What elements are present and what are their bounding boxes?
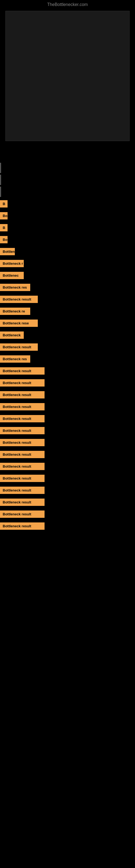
result-items-container: BBoBBoBottlenBottleneck rBottlenecBottle…	[0, 160, 135, 535]
result-item-30: Bottleneck result	[0, 509, 135, 519]
result-item-23: Bottleneck result	[0, 425, 135, 436]
result-label-23[interactable]: Bottleneck result	[0, 427, 45, 434]
result-label-20[interactable]: Bottleneck result	[0, 391, 45, 399]
result-item-5: Bo	[0, 211, 135, 221]
result-item-20: Bottleneck result	[0, 390, 135, 400]
result-label-25[interactable]: Bottleneck result	[0, 451, 45, 458]
result-label-10[interactable]: Bottlenec	[0, 272, 24, 279]
result-label-30[interactable]: Bottleneck result	[0, 510, 45, 518]
result-label-14[interactable]: Bottleneck rese	[0, 319, 38, 327]
result-label-28[interactable]: Bottleneck result	[0, 487, 45, 494]
result-label-11[interactable]: Bottleneck res	[0, 284, 30, 291]
result-item-12: Bottleneck result	[0, 294, 135, 304]
result-label-13[interactable]: Bottleneck re	[0, 308, 30, 315]
result-item-24: Bottleneck result	[0, 437, 135, 447]
result-item-16: Bottleneck result	[0, 342, 135, 352]
result-item-4: B	[0, 198, 135, 209]
result-label-5[interactable]: Bo	[0, 212, 8, 219]
result-item-2	[0, 175, 135, 185]
result-item-17: Bottleneck res	[0, 354, 135, 364]
result-label-15[interactable]: Bottleneck	[0, 332, 24, 339]
side-indicator	[0, 175, 1, 185]
result-item-27: Bottleneck result	[0, 473, 135, 484]
result-item-9: Bottleneck r	[0, 258, 135, 269]
side-indicator	[0, 187, 1, 197]
result-label-29[interactable]: Bottleneck result	[0, 499, 45, 506]
result-item-29: Bottleneck result	[0, 497, 135, 507]
site-header: TheBottlenecker.com	[0, 0, 135, 8]
result-label-22[interactable]: Bottleneck result	[0, 415, 45, 422]
result-item-28: Bottleneck result	[0, 485, 135, 495]
result-item-8: Bottlen	[0, 246, 135, 257]
result-item-11: Bottleneck res	[0, 282, 135, 292]
result-label-17[interactable]: Bottleneck res	[0, 355, 30, 363]
chart-inner	[5, 11, 130, 141]
result-label-21[interactable]: Bottleneck result	[0, 403, 45, 410]
result-label-24[interactable]: Bottleneck result	[0, 439, 45, 446]
result-label-8[interactable]: Bottlen	[0, 248, 15, 255]
result-item-25: Bottleneck result	[0, 449, 135, 460]
result-label-12[interactable]: Bottleneck result	[0, 296, 38, 303]
result-item-19: Bottleneck result	[0, 378, 135, 388]
result-label-19[interactable]: Bottleneck result	[0, 379, 45, 386]
chart-area	[0, 11, 135, 152]
result-item-21: Bottleneck result	[0, 401, 135, 412]
result-item-26: Bottleneck result	[0, 461, 135, 471]
result-item-6: B	[0, 222, 135, 233]
result-label-7[interactable]: Bo	[0, 236, 8, 243]
result-label-27[interactable]: Bottleneck result	[0, 475, 45, 482]
result-label-31[interactable]: Bottleneck result	[0, 522, 45, 530]
result-item-7: Bo	[0, 235, 135, 245]
result-item-31: Bottleneck result	[0, 521, 135, 531]
result-label-26[interactable]: Bottleneck result	[0, 463, 45, 470]
result-item-13: Bottleneck re	[0, 306, 135, 316]
site-title: TheBottlenecker.com	[0, 0, 135, 8]
side-indicator	[0, 163, 1, 173]
result-item-14: Bottleneck rese	[0, 318, 135, 328]
result-item-22: Bottleneck result	[0, 413, 135, 424]
result-item-10: Bottlenec	[0, 270, 135, 280]
result-item-3	[0, 187, 135, 197]
result-label-16[interactable]: Bottleneck result	[0, 343, 38, 351]
result-item-15: Bottleneck	[0, 330, 135, 340]
result-label-4[interactable]: B	[0, 200, 8, 208]
result-label-6[interactable]: B	[0, 224, 8, 231]
section-gap-1	[0, 152, 135, 160]
result-item-1	[0, 163, 135, 173]
result-label-18[interactable]: Bottleneck result	[0, 367, 45, 375]
result-item-18: Bottleneck result	[0, 366, 135, 376]
result-label-9[interactable]: Bottleneck r	[0, 260, 24, 267]
